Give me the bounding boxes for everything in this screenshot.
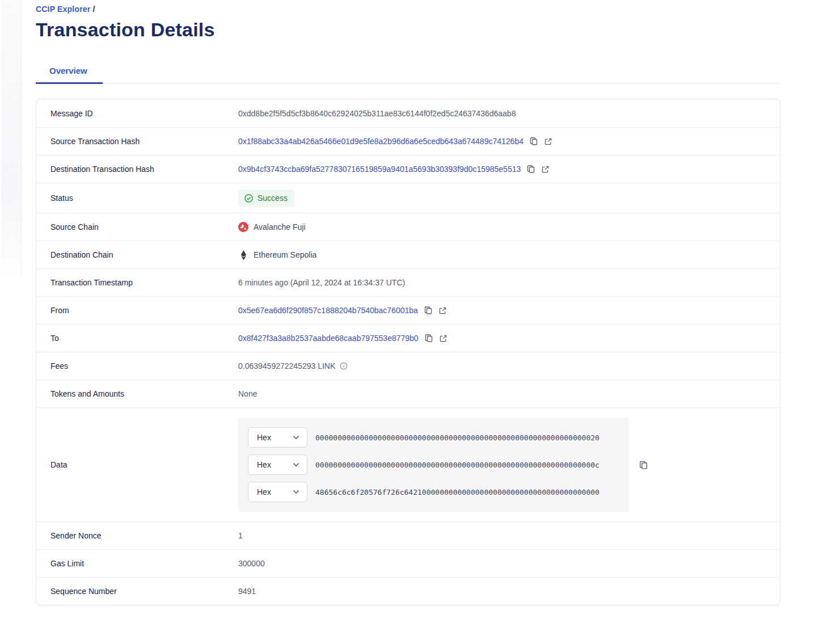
external-link-icon [544,137,552,146]
info-icon [340,362,348,370]
status-text: Success [258,193,288,203]
copy-button[interactable] [529,137,538,146]
dest-chain-name: Ethereum Sepolia [254,250,316,259]
fees-label: Fees [36,361,238,371]
check-circle-icon [244,193,254,203]
external-link-icon [439,334,448,343]
from-label: From [36,306,238,315]
to-address-link[interactable]: 0x8f427f3a3a8b2537aabde68caab797553e8779… [238,334,419,343]
ethereum-icon [238,250,248,260]
source-tx-hash-label: Source Transaction Hash [36,137,238,146]
tab-overview[interactable]: Overview [36,66,101,83]
data-hex-value: 0000000000000000000000000000000000000000… [315,434,600,442]
avalanche-icon [238,222,248,232]
data-line: Hex 000000000000000000000000000000000000… [248,427,619,448]
external-link-button[interactable] [541,165,550,174]
fees-info-trigger[interactable] [340,362,348,370]
gas-limit-label: Gas Limit [36,559,238,568]
row-sequence-number: Sequence Number 9491 [36,577,780,605]
row-message-id: Message ID 0xdd8be2f5f5d5cf3b8640c629240… [36,99,780,127]
fees-value: 0.0639459272245293 LINK [238,361,335,371]
dest-chain: Ethereum Sepolia [238,250,316,260]
chevron-down-icon [293,462,299,467]
gas-limit-value: 300000 [238,559,265,568]
row-data: Data Hex 0000000000000000000000000000000… [36,407,780,521]
row-tokens: Tokens and Amounts None [36,380,780,407]
source-chain-name: Avalanche Fuji [254,222,306,232]
row-to: To 0x8f427f3a3a8b2537aabde68caab797553e8… [36,324,780,352]
row-timestamp: Transaction Timestamp 6 minutes ago (Apr… [36,268,780,296]
copy-icon [639,460,648,470]
page-title: Transaction Details [36,19,780,41]
tokens-label: Tokens and Amounts [36,389,238,398]
copy-button[interactable] [424,306,433,315]
source-chain-label: Source Chain [36,222,238,232]
breadcrumb-separator: / [93,5,95,14]
source-chain: Avalanche Fuji [238,222,306,232]
message-id-value: 0xdd8be2f5f5d5cf3b8640c62924025b311ae83c… [238,109,516,118]
status-badge: Success [238,190,294,207]
row-gas-limit: Gas Limit 300000 [36,549,780,577]
copy-button[interactable] [424,334,433,343]
copy-icon [424,334,433,343]
source-tx-hash-link[interactable]: 0x1f88abc33a4ab426a5466e01d9e5fe8a2b96d6… [238,137,524,146]
dest-tx-hash-link[interactable]: 0x9b4cf3743ccba69fa5277830716519859a9401… [238,165,521,174]
dest-tx-hash-label: Destination Transaction Hash [36,165,238,174]
transaction-details-card: Message ID 0xdd8be2f5f5d5cf3b8640c629240… [36,99,780,605]
tab-bar: Overview [36,66,780,84]
timestamp-value: 6 minutes ago (April 12, 2024 at 16:34:3… [238,278,405,287]
external-link-button[interactable] [544,137,552,146]
external-link-button[interactable] [438,306,447,315]
main-content: CCIP Explorer/ Transaction Details Overv… [36,0,780,605]
data-line: Hex 48656c6c6f20576f726c6421000000000000… [248,482,619,502]
data-panel: Hex 000000000000000000000000000000000000… [238,418,629,512]
row-fees: Fees 0.0639459272245293 LINK [36,352,780,380]
sequence-number-value: 9491 [238,587,256,596]
row-status: Status Success [36,183,780,213]
row-from: From 0x5e67ea6d6f290f857c1888204b7540bac… [36,296,780,324]
tab-active-indicator [36,82,103,84]
data-format-select[interactable]: Hex [248,482,307,502]
row-source-chain: Source Chain Avalanche Fuji [36,213,780,241]
data-hex-value: 48656c6c6f20576f726c64210000000000000000… [315,488,600,496]
copy-button[interactable] [526,165,535,174]
to-label: To [36,334,238,343]
external-link-button[interactable] [439,334,448,343]
copy-icon [526,165,535,174]
tokens-value: None [238,389,257,398]
breadcrumb-ccip-explorer-link[interactable]: CCIP Explorer [36,5,91,14]
copy-icon [529,137,538,146]
data-line: Hex 000000000000000000000000000000000000… [248,455,619,475]
copy-data-button[interactable] [639,460,648,470]
sender-nonce-value: 1 [238,531,243,540]
left-decoration [1,0,22,278]
data-format-value: Hex [257,433,271,442]
sender-nonce-label: Sender Nonce [36,531,238,540]
breadcrumb: CCIP Explorer/ [36,5,780,14]
data-format-value: Hex [257,487,271,496]
message-id-label: Message ID [36,109,238,118]
chevron-down-icon [293,490,299,494]
data-hex-value: 0000000000000000000000000000000000000000… [315,461,600,469]
status-label: Status [36,193,238,203]
timestamp-label: Transaction Timestamp [36,278,238,287]
from-address-link[interactable]: 0x5e67ea6d6f290f857c1888204b7540bac76001… [238,306,418,315]
data-format-select[interactable]: Hex [248,455,307,475]
copy-icon [424,306,433,315]
data-label: Data [36,460,238,469]
row-source-tx-hash: Source Transaction Hash 0x1f88abc33a4ab4… [36,127,780,155]
external-link-icon [541,165,550,174]
data-format-value: Hex [257,460,271,469]
sequence-number-label: Sequence Number [36,587,238,596]
data-format-select[interactable]: Hex [248,427,307,448]
row-dest-tx-hash: Destination Transaction Hash 0x9b4cf3743… [36,155,780,183]
row-sender-nonce: Sender Nonce 1 [36,521,780,549]
external-link-icon [438,306,447,315]
row-dest-chain: Destination Chain Ethereum Sepolia [36,241,780,268]
chevron-down-icon [293,435,299,440]
dest-chain-label: Destination Chain [36,250,238,259]
